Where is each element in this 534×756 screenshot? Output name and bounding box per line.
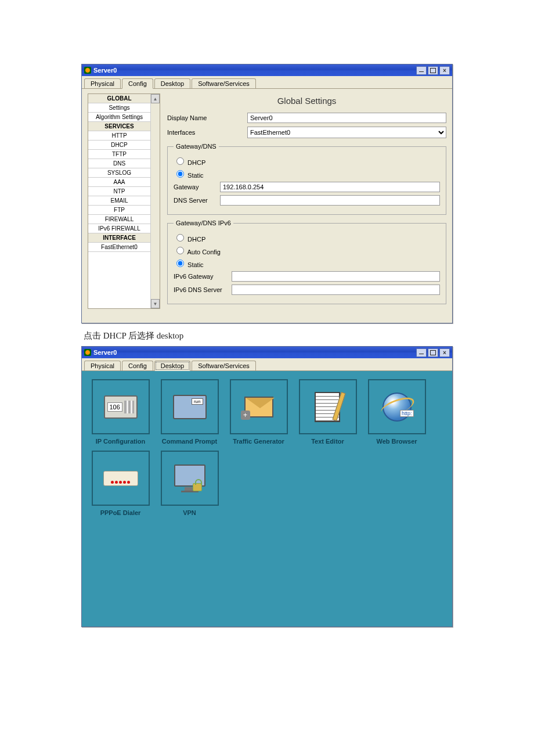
app-icon bbox=[84, 349, 91, 356]
gwdns-dhcp-radio[interactable] bbox=[176, 157, 184, 165]
tab-config[interactable]: Config bbox=[122, 78, 153, 89]
close-button[interactable]: × bbox=[439, 66, 450, 75]
dns-server-input[interactable] bbox=[220, 195, 440, 206]
web-browser-icon: http: bbox=[383, 393, 412, 422]
app-command-prompt[interactable]: run Command Prompt bbox=[159, 379, 220, 445]
command-prompt-icon: run bbox=[173, 395, 207, 419]
sidebar-item-aaa[interactable]: AAA bbox=[88, 178, 150, 187]
tabbar: Physical Config Desktop Software/Service… bbox=[82, 76, 452, 89]
sidebar-header-services[interactable]: SERVICES bbox=[88, 122, 150, 131]
text-editor-icon bbox=[315, 392, 341, 422]
gwdns-dhcp-label: DHCP bbox=[187, 159, 205, 166]
sidebar-item-firewall[interactable]: FIREWALL bbox=[88, 215, 150, 224]
pppoe-dialer-icon bbox=[103, 471, 138, 486]
app-label: Command Prompt bbox=[162, 438, 217, 445]
tab-physical[interactable]: Physical bbox=[84, 361, 121, 370]
window-server0-desktop: Server0 × Physical Config Desktop Softwa… bbox=[81, 346, 453, 627]
app-icon bbox=[84, 67, 91, 74]
gwdns6-static-label: Static bbox=[187, 261, 204, 268]
app-label: Traffic Generator bbox=[233, 438, 284, 445]
app-label: Text Editor bbox=[311, 438, 344, 445]
titlebar[interactable]: Server0 × bbox=[82, 64, 452, 76]
minimize-button[interactable] bbox=[416, 66, 427, 75]
app-ip-configuration[interactable]: 106 IP Configuration bbox=[90, 379, 151, 445]
config-sidebar: GLOBAL Settings Algorithm Settings SERVI… bbox=[88, 93, 160, 309]
window-title: Server0 bbox=[93, 67, 415, 74]
tab-desktop[interactable]: Desktop bbox=[154, 78, 190, 88]
sidebar-item-ipv6-firewall[interactable]: IPv6 FIREWALL bbox=[88, 224, 150, 233]
gateway-dns-ipv6-group: Gateway/DNS IPv6 DHCP Auto Config Static… bbox=[167, 219, 446, 304]
sidebar-item-dns[interactable]: DNS bbox=[88, 159, 150, 168]
gwdns6-static-radio[interactable] bbox=[176, 260, 184, 267]
sidebar-item-tftp[interactable]: TFTP bbox=[88, 150, 150, 159]
sidebar-item-ntp[interactable]: NTP bbox=[88, 187, 150, 196]
desktop-area: 106 IP Configuration run Command Prompt … bbox=[82, 371, 452, 627]
app-vpn[interactable]: VPN bbox=[159, 451, 220, 516]
app-label: PPPoE Dialer bbox=[100, 509, 141, 516]
sidebar-item-algorithm-settings[interactable]: Algorithm Settings bbox=[88, 113, 150, 122]
gateway-label: Gateway bbox=[174, 183, 220, 190]
tab-physical[interactable]: Physical bbox=[84, 78, 121, 88]
ip-configuration-icon: 106 bbox=[104, 395, 138, 419]
sidebar-item-dhcp[interactable]: DHCP bbox=[88, 141, 150, 150]
instruction-caption: 点击 DHCP 后选择 desktop bbox=[84, 330, 453, 341]
vpn-icon bbox=[174, 465, 205, 492]
tab-desktop[interactable]: Desktop bbox=[154, 361, 190, 371]
gwdns-static-label: Static bbox=[187, 172, 204, 179]
ipv6-dns-server-label: IPv6 DNS Server bbox=[174, 286, 232, 293]
ipv6-dns-server-input[interactable] bbox=[232, 285, 440, 295]
app-pppoe-dialer[interactable]: PPPoE Dialer bbox=[90, 451, 151, 516]
window-title: Server0 bbox=[93, 349, 415, 356]
panel-title: Global Settings bbox=[167, 96, 446, 106]
maximize-button[interactable] bbox=[428, 66, 438, 75]
sidebar-item-settings[interactable]: Settings bbox=[88, 103, 150, 113]
close-button[interactable]: × bbox=[439, 348, 450, 357]
tab-software-services[interactable]: Software/Services bbox=[192, 78, 256, 88]
display-name-label: Display Name bbox=[167, 114, 243, 121]
tab-config[interactable]: Config bbox=[122, 361, 153, 370]
gwdns6-auto-label: Auto Config bbox=[187, 249, 220, 255]
app-web-browser[interactable]: http: Web Browser bbox=[366, 379, 427, 445]
dns-server-label: DNS Server bbox=[174, 197, 220, 204]
gateway-dns-group: Gateway/DNS DHCP Static Gateway DNS Serv… bbox=[167, 143, 446, 215]
gwdns6-dhcp-radio[interactable] bbox=[176, 234, 184, 242]
ipv6-gateway-label: IPv6 Gateway bbox=[174, 273, 232, 280]
titlebar[interactable]: Server0 × bbox=[82, 347, 452, 358]
gateway-dns-ipv6-legend: Gateway/DNS IPv6 bbox=[174, 219, 233, 226]
sidebar-header-global[interactable]: GLOBAL bbox=[88, 94, 150, 103]
sidebar-item-http[interactable]: HTTP bbox=[88, 131, 150, 141]
traffic-generator-icon: + bbox=[244, 397, 273, 417]
ipv6-gateway-input[interactable] bbox=[232, 271, 440, 282]
app-traffic-generator[interactable]: + Traffic Generator bbox=[228, 379, 289, 445]
app-label: VPN bbox=[183, 509, 196, 516]
tab-software-services[interactable]: Software/Services bbox=[192, 361, 256, 370]
interfaces-label: Interfaces bbox=[167, 129, 243, 136]
global-settings-panel: Global Settings Display Name Interfaces … bbox=[167, 93, 446, 309]
scroll-down-button[interactable]: ▼ bbox=[151, 299, 160, 308]
interfaces-select[interactable]: FastEthernet0 bbox=[247, 127, 446, 138]
display-name-input[interactable] bbox=[247, 113, 446, 123]
gwdns6-auto-radio[interactable] bbox=[176, 247, 184, 254]
app-label: Web Browser bbox=[376, 438, 417, 445]
gwdns-static-radio[interactable] bbox=[176, 170, 184, 178]
maximize-button[interactable] bbox=[428, 348, 438, 357]
sidebar-header-interface[interactable]: INTERFACE bbox=[88, 233, 150, 243]
sidebar-item-email[interactable]: EMAIL bbox=[88, 196, 150, 206]
minimize-button[interactable] bbox=[416, 348, 427, 357]
sidebar-item-syslog[interactable]: SYSLOG bbox=[88, 168, 150, 178]
window-server0-config: Server0 × Physical Config Desktop Softwa… bbox=[81, 64, 453, 323]
gwdns6-dhcp-label: DHCP bbox=[187, 236, 205, 243]
app-label: IP Configuration bbox=[96, 438, 145, 445]
app-text-editor[interactable]: Text Editor bbox=[297, 379, 358, 445]
scroll-up-button[interactable]: ▲ bbox=[151, 94, 160, 103]
sidebar-item-fastethernet0[interactable]: FastEthernet0 bbox=[88, 243, 150, 252]
tabbar: Physical Config Desktop Software/Service… bbox=[82, 358, 452, 371]
gateway-input[interactable] bbox=[220, 182, 440, 192]
sidebar-scrollbar[interactable]: ▲ ▼ bbox=[150, 94, 160, 308]
gateway-dns-legend: Gateway/DNS bbox=[174, 143, 219, 150]
sidebar-item-ftp[interactable]: FTP bbox=[88, 206, 150, 215]
